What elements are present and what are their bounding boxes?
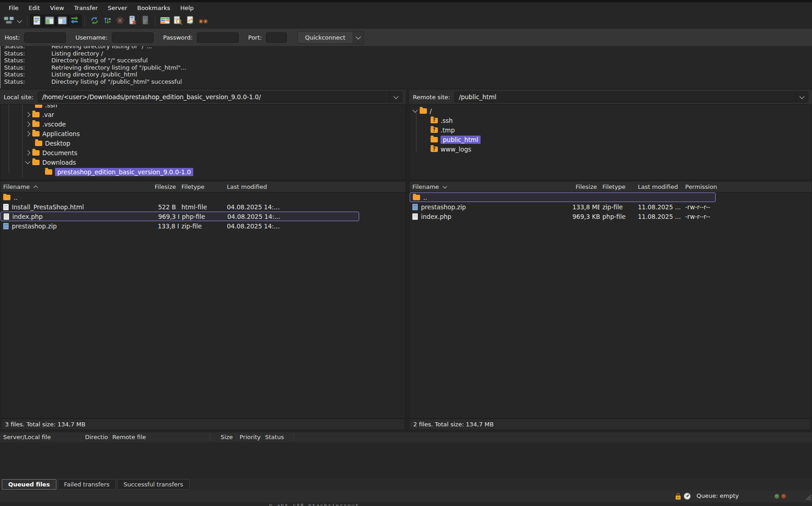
folder-question-icon [431, 147, 438, 152]
remote-tree-icon [58, 16, 67, 26]
remote-directory-tree[interactable]: / .ssh .tmp public_html www_logs [409, 104, 812, 180]
message-log[interactable]: Status:Retrieving directory listing of "… [0, 46, 812, 88]
html-file-icon [3, 204, 9, 210]
tree-item-vscode[interactable]: .vscode [0, 119, 406, 129]
port-label: Port: [248, 34, 262, 41]
file-row-install-prestashop[interactable]: Install_PrestaShop.html 522 B html-file … [0, 202, 359, 212]
local-site-dropdown-button[interactable] [390, 92, 402, 102]
column-header-filetype[interactable]: Filetype [600, 183, 635, 190]
filezilla-window: File Edit View Transfer Server Bookmarks… [0, 0, 812, 506]
tree-item-prestashop-folder[interactable]: prestashop_edition_basic_version_9.0.0-1… [0, 167, 406, 177]
column-header-filename[interactable]: Filename [0, 183, 155, 190]
host-input[interactable] [24, 32, 66, 43]
menu-transfer[interactable]: Transfer [69, 3, 103, 13]
site-manager-icon [4, 15, 15, 27]
port-input[interactable] [266, 32, 287, 43]
refresh-icon [90, 16, 99, 26]
synchronized-browsing-button[interactable] [184, 15, 197, 27]
remote-file-list[interactable]: Filename Filesize Filetype Last modified… [409, 181, 812, 419]
tree-item-var[interactable]: .var [0, 110, 406, 119]
queue-column-server-local-file[interactable]: Server/Local file [0, 434, 82, 441]
tree-item-ssh[interactable]: .ssh [0, 104, 406, 110]
file-row-index-php[interactable]: index.php 969,3 KB php-file 11.08.2025 .… [410, 212, 716, 221]
password-input[interactable] [197, 32, 239, 43]
username-input[interactable] [112, 32, 154, 43]
cancel-operation-button[interactable] [114, 15, 126, 27]
quickconnect-button[interactable]: Quickconnect [297, 31, 353, 44]
site-manager-button[interactable] [3, 15, 15, 27]
directory-listing-filters-button[interactable] [101, 15, 114, 27]
column-header-last-modified[interactable]: Last modified [635, 183, 682, 190]
quickconnect-dropdown-button[interactable] [353, 31, 364, 44]
file-row-parent-dir[interactable]: .. [0, 192, 359, 202]
expand-arrow-icon[interactable] [25, 112, 30, 117]
transfer-queue-list[interactable] [0, 442, 812, 477]
toggle-message-log-button[interactable] [30, 15, 43, 27]
file-row-index-php[interactable]: index.php 969,3 KB php-file 04.08.2025 1… [0, 212, 359, 221]
expand-arrow-icon[interactable] [25, 150, 30, 155]
menu-file[interactable]: File [4, 3, 24, 13]
remote-site-combobox[interactable]: /public_html [454, 91, 808, 102]
column-header-permission[interactable]: Permission [682, 183, 715, 190]
menu-help[interactable]: Help [175, 3, 199, 13]
php-file-icon [412, 213, 418, 220]
reconnect-button[interactable] [139, 15, 152, 27]
queue-column-priority[interactable]: Priority [236, 434, 262, 441]
queue-column-direction[interactable]: Directio [82, 434, 109, 441]
tree-item-public-html[interactable]: public_html [410, 135, 812, 144]
tree-item-root[interactable]: / [410, 106, 812, 116]
file-row-parent-dir[interactable]: .. [410, 192, 716, 202]
toggle-transfer-queue-button[interactable] [69, 15, 81, 27]
tree-item-desktop[interactable]: Desktop [0, 138, 406, 148]
open-folder-icon [45, 169, 52, 175]
tree-item-applications[interactable]: Applications [0, 129, 406, 138]
column-header-filename[interactable]: Filename [410, 183, 570, 190]
expand-arrow-icon[interactable] [25, 131, 30, 136]
find-files-button[interactable] [171, 15, 184, 27]
expand-arrow-icon[interactable] [25, 121, 30, 126]
collapse-arrow-icon[interactable] [25, 159, 30, 164]
toggle-remote-tree-button[interactable] [56, 15, 69, 27]
remote-site-dropdown-button[interactable] [796, 92, 808, 102]
open-folder-icon [431, 137, 438, 142]
tree-item-downloads[interactable]: Downloads [0, 157, 406, 167]
selected-tree-label: public_html [441, 136, 481, 144]
column-header-last-modified[interactable]: Last modified [224, 183, 359, 190]
file-row-prestashop-zip[interactable]: prestashop.zip 133,8 MB zip-file 04.08.2… [0, 221, 359, 231]
menu-bookmarks[interactable]: Bookmarks [132, 3, 175, 13]
column-header-filesize[interactable]: Filesize [570, 183, 600, 190]
local-file-list[interactable]: Filename Filesize Filetype Last modified… [0, 181, 406, 419]
local-directory-tree[interactable]: .ssh .var .vscode Applications Desktop D… [0, 104, 406, 180]
tree-item-www-logs[interactable]: www_logs [410, 144, 812, 154]
refresh-button[interactable] [88, 15, 101, 27]
remote-site-label: Remote site: [413, 94, 450, 101]
tree-item-documents[interactable]: Documents [0, 148, 406, 157]
queue-column-status[interactable]: Status [262, 434, 294, 441]
lock-icon[interactable] [675, 493, 682, 501]
host-label: Host: [5, 34, 20, 41]
column-header-filetype[interactable]: Filetype [179, 183, 224, 190]
tab-queued-files[interactable]: Queued files [2, 479, 56, 490]
queue-column-remote-file[interactable]: Remote file [109, 434, 210, 441]
tree-item-remote-tmp[interactable]: .tmp [410, 125, 812, 135]
file-search-button[interactable] [197, 15, 210, 27]
directory-comparison-button[interactable] [159, 15, 171, 27]
local-site-combobox[interactable]: /home/<user>/Downloads/prestashop_editio… [38, 91, 402, 102]
directory-comparison-icon [160, 16, 170, 26]
speed-limits-icon[interactable] [683, 492, 691, 501]
column-header-filesize[interactable]: Filesize [155, 183, 179, 190]
tab-failed-transfers[interactable]: Failed transfers [58, 479, 116, 490]
queue-column-size[interactable]: Size [210, 434, 236, 441]
menu-server[interactable]: Server [103, 3, 132, 13]
menu-edit[interactable]: Edit [24, 3, 45, 13]
disconnect-button[interactable] [126, 15, 139, 27]
tab-successful-transfers[interactable]: Successful transfers [117, 479, 190, 490]
tree-item-remote-ssh[interactable]: .ssh [410, 116, 812, 125]
resize-grip[interactable] [804, 493, 812, 502]
collapse-arrow-icon[interactable] [412, 107, 417, 112]
local-files-status: 3 files. Total size: 134,7 MB [1, 419, 405, 430]
toggle-local-tree-button[interactable] [43, 15, 56, 27]
site-manager-dropdown-button[interactable] [15, 15, 24, 27]
menu-view[interactable]: View [45, 3, 69, 13]
file-row-prestashop-zip[interactable]: prestashop.zip 133,8 MB zip-file 11.08.2… [410, 202, 716, 212]
